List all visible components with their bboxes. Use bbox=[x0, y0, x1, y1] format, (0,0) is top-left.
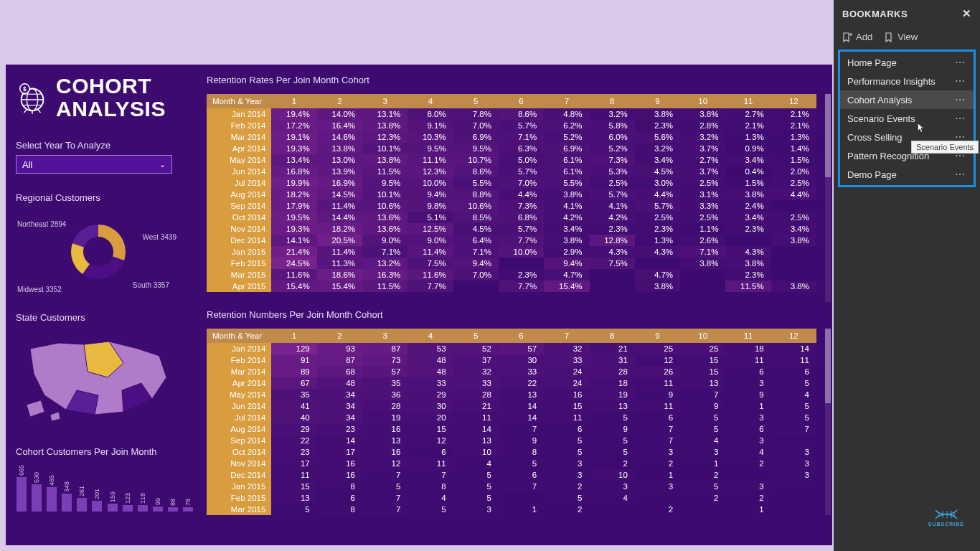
table-cell: 3 bbox=[725, 481, 771, 492]
table-cell: 2.7% bbox=[725, 108, 771, 120]
bookmark-item[interactable]: Demo Page⋯ bbox=[840, 165, 974, 184]
table-cell: 67 bbox=[271, 377, 316, 389]
table-cell: 68 bbox=[317, 366, 362, 377]
table-cell: 2 bbox=[725, 492, 771, 504]
table-cell: 1.5% bbox=[725, 177, 771, 189]
table-cell: 6.8% bbox=[499, 212, 544, 223]
table-cell: 24.5% bbox=[271, 258, 316, 269]
table-cell: 4.7% bbox=[635, 269, 680, 281]
table-cell: 3.8% bbox=[725, 258, 771, 269]
table-cell: 7.7% bbox=[407, 281, 453, 292]
table-cell: 3 bbox=[544, 458, 589, 469]
table-cell: 21 bbox=[453, 400, 499, 412]
row-header: Sep 2014 bbox=[207, 435, 271, 446]
table-cell: 28 bbox=[362, 400, 407, 412]
table-cell: 9.0% bbox=[362, 235, 407, 246]
close-icon[interactable]: ✕ bbox=[962, 7, 972, 20]
ellipsis-icon[interactable]: ⋯ bbox=[953, 75, 966, 87]
regional-donut-chart[interactable]: Northeast 2894 West 3439 South 3357 Midw… bbox=[16, 207, 181, 293]
subscribe-badge[interactable]: SUBSCRIBE bbox=[928, 507, 964, 527]
table-cell: 24 bbox=[544, 377, 589, 389]
bookmark-item[interactable]: Performance Insights⋯ bbox=[840, 72, 974, 90]
table-cell bbox=[725, 235, 771, 246]
table-cell: 8.6% bbox=[453, 166, 499, 177]
table1-title: Retention Rates Per Join Month Cohort bbox=[207, 75, 824, 85]
table-cell: 13 bbox=[453, 435, 499, 446]
table-cell: 4.4% bbox=[499, 189, 544, 200]
row-header: Jul 2014 bbox=[207, 412, 271, 423]
table-cell: 3.8% bbox=[725, 189, 771, 200]
year-dropdown[interactable]: All ⌄ bbox=[16, 155, 172, 174]
table-cell: 8 bbox=[499, 446, 544, 458]
bookmark-view-button[interactable]: View bbox=[884, 32, 918, 42]
table-cell: 2.3% bbox=[499, 269, 544, 281]
table-cell: 13.2% bbox=[362, 258, 407, 269]
bookmark-view-icon bbox=[884, 32, 894, 42]
retention-rates-table[interactable]: Month & Year123456789101112Jan 201419.4%… bbox=[207, 94, 816, 292]
table-cell: 19.1% bbox=[271, 131, 316, 143]
table-cell: 5 bbox=[544, 435, 589, 446]
table-cell: 13 bbox=[499, 389, 544, 400]
table-cell: 13 bbox=[680, 377, 725, 389]
table-cell: 11.6% bbox=[271, 269, 316, 281]
bookmark-item[interactable]: Home Page⋯ bbox=[840, 53, 974, 72]
table-cell: 48 bbox=[407, 366, 453, 377]
table-cell: 36 bbox=[362, 389, 407, 400]
ellipsis-icon[interactable]: ⋯ bbox=[953, 113, 966, 124]
row-header: Nov 2014 bbox=[207, 458, 271, 469]
table-cell: 1.5% bbox=[771, 154, 816, 166]
table-cell: 14.1% bbox=[271, 235, 316, 246]
ellipsis-icon[interactable]: ⋯ bbox=[953, 57, 966, 68]
row-header: Apr 2014 bbox=[207, 377, 271, 389]
table1-scrollbar[interactable] bbox=[825, 94, 831, 302]
row-header: Feb 2015 bbox=[207, 258, 271, 269]
ellipsis-icon[interactable]: ⋯ bbox=[953, 94, 966, 105]
table-cell: 3 bbox=[771, 469, 816, 481]
bookmark-item-label: Cross Selling bbox=[847, 132, 903, 143]
table-cell: 2.1% bbox=[771, 120, 816, 131]
table-cell: 5.6% bbox=[635, 131, 680, 143]
state-map[interactable] bbox=[16, 327, 181, 428]
bookmark-add-button[interactable]: Add bbox=[842, 32, 872, 42]
table2-scrollbar[interactable] bbox=[825, 329, 831, 515]
table-cell: 11.4% bbox=[317, 200, 362, 212]
table-cell: 5 bbox=[590, 435, 635, 446]
table-cell: 3.8% bbox=[771, 281, 816, 292]
table-cell: 16 bbox=[362, 446, 407, 458]
bar-column: 348 bbox=[61, 481, 72, 512]
table-cell: 8.6% bbox=[499, 108, 544, 120]
table-cell: 7.3% bbox=[590, 154, 635, 166]
row-header: Apr 2014 bbox=[207, 143, 271, 154]
table-cell bbox=[725, 469, 771, 481]
table-cell: 3.4% bbox=[725, 212, 771, 223]
row-header: Sep 2014 bbox=[207, 200, 271, 212]
table-cell: 18.2% bbox=[271, 189, 316, 200]
table-cell: 8 bbox=[407, 481, 453, 492]
bar-column: 123 bbox=[122, 493, 133, 512]
table-cell: 4 bbox=[725, 446, 771, 458]
table-cell: 35 bbox=[362, 377, 407, 389]
table-cell: 15 bbox=[544, 400, 589, 412]
bookmark-item[interactable]: Cohort Analysis⋯ bbox=[840, 90, 974, 109]
bookmark-item[interactable]: Scenario Events⋯ bbox=[840, 109, 974, 128]
table-cell: 2.5% bbox=[680, 177, 725, 189]
ellipsis-icon[interactable]: ⋯ bbox=[953, 169, 966, 180]
row-header: Apr 2015 bbox=[207, 281, 271, 292]
table-cell: 2.3% bbox=[635, 223, 680, 235]
table-cell: 19.3% bbox=[271, 223, 316, 235]
cohort-bar-chart[interactable]: 665530465348261201159123118998878 bbox=[16, 461, 194, 512]
table-cell: 7.0% bbox=[499, 177, 544, 189]
retention-numbers-table[interactable]: Month & Year123456789101112Jan 201412993… bbox=[207, 329, 816, 515]
table-cell: 12 bbox=[407, 435, 453, 446]
table-cell: 11.5% bbox=[362, 166, 407, 177]
table-cell: 7.1% bbox=[499, 131, 544, 143]
table-cell: 33 bbox=[453, 377, 499, 389]
table-cell: 21.4% bbox=[271, 246, 316, 258]
bookmarks-title: BOOKMARKS bbox=[842, 9, 908, 19]
table-cell: 34 bbox=[317, 412, 362, 423]
row-header: Jun 2014 bbox=[207, 166, 271, 177]
row-header: Jul 2014 bbox=[207, 177, 271, 189]
table-cell: 5.1% bbox=[407, 212, 453, 223]
table-cell: 5 bbox=[680, 481, 725, 492]
table-cell: 9 bbox=[590, 423, 635, 435]
